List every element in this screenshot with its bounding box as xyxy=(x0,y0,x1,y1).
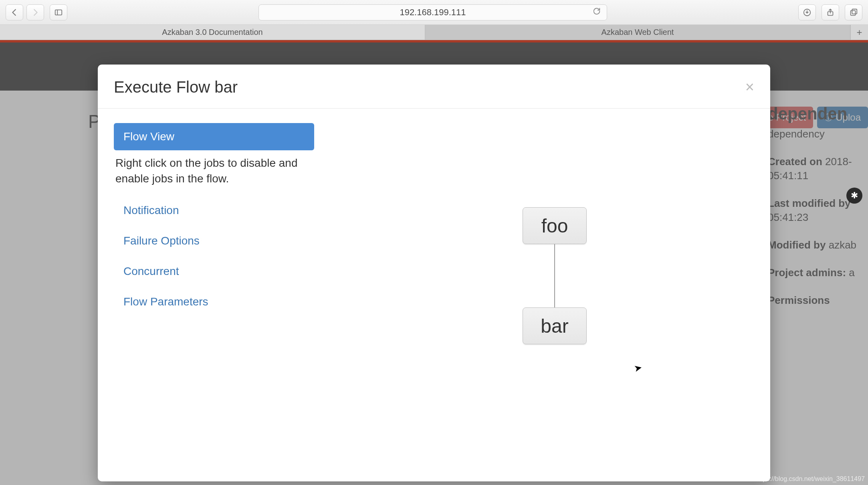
address-bar-wrap: 192.168.199.111 xyxy=(73,4,793,20)
nav-back-forward xyxy=(6,4,44,20)
job-node-foo[interactable]: foo xyxy=(523,207,587,244)
new-tab-button[interactable]: + xyxy=(850,25,868,40)
modal-title: Execute Flow bar xyxy=(114,78,238,96)
side-item-notification[interactable]: Notification xyxy=(114,197,314,224)
chevron-left-icon xyxy=(10,8,19,17)
modal-close-button[interactable]: × xyxy=(745,79,754,96)
tabs-button[interactable] xyxy=(845,4,862,20)
tab-bar: Azkaban 3.0 Documentation Azkaban Web Cl… xyxy=(0,25,868,40)
svg-rect-4 xyxy=(851,10,856,15)
job-node-bar[interactable]: bar xyxy=(523,307,587,344)
sidebar-icon xyxy=(54,8,63,17)
star-badge-icon: ✱ xyxy=(846,188,862,204)
app-area: P e Project ⓘUploa dependen dependency C… xyxy=(0,42,868,485)
sidebar-toggle-button[interactable] xyxy=(50,4,67,20)
execute-flow-modal: Execute Flow bar × Flow View Right click… xyxy=(98,65,770,481)
flow-graph-pane[interactable]: foo bar xyxy=(330,123,754,319)
download-icon xyxy=(803,8,811,17)
address-bar[interactable]: 192.168.199.111 xyxy=(258,4,607,20)
back-button[interactable] xyxy=(6,4,23,20)
address-text: 192.168.199.111 xyxy=(400,7,466,18)
forward-button[interactable] xyxy=(26,4,44,20)
side-item-flow-view[interactable]: Flow View xyxy=(114,123,314,150)
flow-view-hint: Right click on the jobs to disable and e… xyxy=(115,155,313,186)
share-icon xyxy=(826,8,835,17)
svg-rect-0 xyxy=(55,10,62,15)
job-edge-foo-bar xyxy=(554,244,555,307)
modal-sidebar: Flow View Right click on the jobs to dis… xyxy=(114,123,314,319)
tabs-icon xyxy=(849,8,858,17)
side-item-flow-parameters[interactable]: Flow Parameters xyxy=(114,288,314,315)
tab-web-client[interactable]: Azkaban Web Client xyxy=(425,25,850,40)
side-item-concurrent[interactable]: Concurrent xyxy=(114,258,314,285)
share-button[interactable] xyxy=(822,4,839,20)
watermark: https://blog.csdn.net/weixin_38611497 xyxy=(756,475,865,483)
tab-documentation[interactable]: Azkaban 3.0 Documentation xyxy=(0,25,425,40)
browser-toolbar: 192.168.199.111 xyxy=(0,0,868,25)
side-item-failure-options[interactable]: Failure Options xyxy=(114,227,314,255)
modal-body: Flow View Right click on the jobs to dis… xyxy=(98,109,770,335)
svg-rect-5 xyxy=(852,9,857,14)
chevron-right-icon xyxy=(31,8,40,17)
modal-header: Execute Flow bar × xyxy=(98,65,770,109)
reload-icon xyxy=(592,7,601,16)
reload-button[interactable] xyxy=(592,7,601,18)
toolbar-right xyxy=(798,4,862,20)
downloads-button[interactable] xyxy=(798,4,816,20)
